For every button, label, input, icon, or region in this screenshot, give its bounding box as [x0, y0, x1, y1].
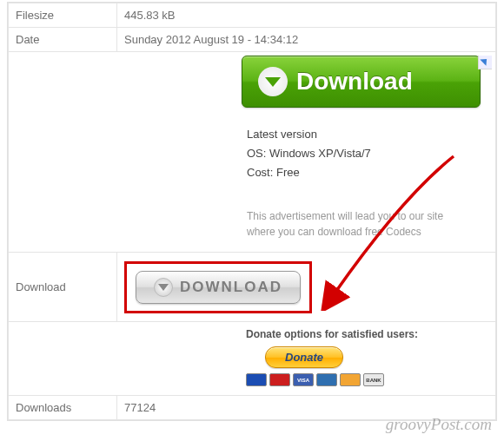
ad-details: Latest version OS: Windows XP/Vista/7 Co…	[247, 125, 492, 182]
ad-latest-version: Latest version	[247, 125, 492, 144]
card-bank-icon: BANK	[363, 373, 384, 386]
download-cell: DOWNLOAD	[117, 253, 496, 322]
card-maestro-icon	[246, 373, 267, 386]
date-label: Date	[9, 28, 117, 52]
ad-disclaimer: This advertisement will lead you to our …	[247, 208, 473, 240]
info-table: Filesize 445.83 kB Date Sunday 2012 Augu…	[7, 2, 497, 421]
donate-button[interactable]: Donate	[265, 346, 343, 368]
adchoices-icon[interactable]	[478, 56, 492, 69]
donate-heading: Donate options for satisfied users:	[246, 327, 437, 341]
download-button[interactable]: DOWNLOAD	[136, 271, 301, 304]
download-label: Download	[9, 253, 117, 322]
download-arrow-icon	[154, 278, 173, 297]
filesize-label: Filesize	[9, 3, 117, 28]
ad-cost: Cost: Free	[247, 163, 492, 182]
ad-os: OS: Windows XP/Vista/7	[247, 144, 492, 163]
download-arrow-icon	[258, 67, 288, 96]
donate-block: Donate options for satisfied users: Dona…	[246, 327, 437, 386]
advertisement-box: Download Latest version OS: Windows XP/V…	[231, 56, 492, 248]
watermark: groovyPost.com	[386, 415, 492, 434]
download-highlight-box: DOWNLOAD	[124, 261, 312, 313]
ad-download-button[interactable]: Download	[242, 56, 481, 108]
donate-cell: Donate options for satisfied users: Dona…	[9, 322, 496, 396]
card-visa-icon: VISA	[293, 373, 314, 386]
download-button-text: DOWNLOAD	[180, 279, 282, 296]
downloads-label: Downloads	[9, 396, 117, 420]
card-mastercard-icon	[269, 373, 290, 386]
filesize-value: 445.83 kB	[117, 3, 496, 28]
card-amex-icon	[316, 373, 337, 386]
advertisement-cell: Download Latest version OS: Windows XP/V…	[9, 52, 496, 253]
ad-download-text: Download	[296, 68, 413, 95]
payment-cards: VISA BANK	[246, 373, 437, 386]
card-discover-icon	[340, 373, 361, 386]
date-value: Sunday 2012 August 19 - 14:34:12	[117, 28, 496, 52]
